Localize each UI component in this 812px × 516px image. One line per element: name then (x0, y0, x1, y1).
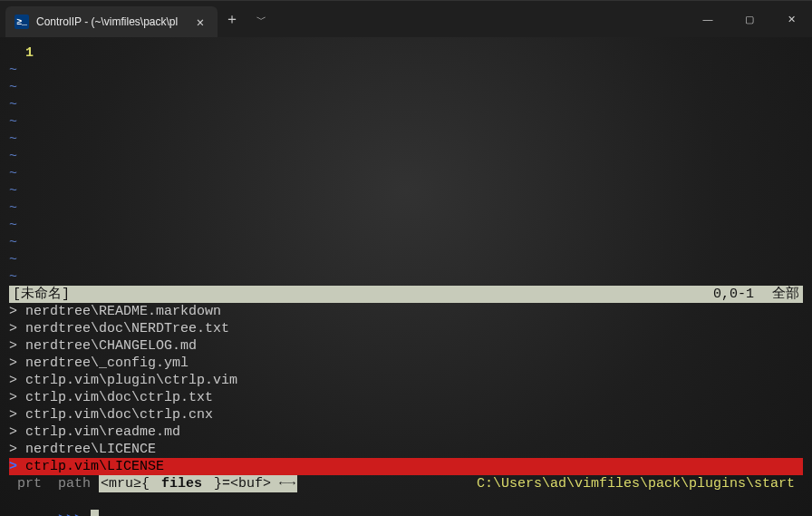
empty-line: ~ (9, 268, 803, 286)
mode-path: path (58, 475, 91, 492)
result-marker-icon: > (9, 355, 25, 371)
empty-line: ~ (9, 234, 803, 251)
titlebar: ≥_ ControlIP - (~\vimfiles\pack\pl ✕ ＋ ﹀… (0, 1, 812, 37)
line-number: 1 (9, 44, 803, 62)
result-marker-icon: > (9, 390, 25, 405)
result-item[interactable]: > nerdtree\CHANGELOG.md (9, 337, 803, 355)
mode-bracket-post: }=<buf> ←→ (212, 475, 297, 492)
ctrlp-results: > nerdtree\README.markdown> nerdtree\doc… (9, 303, 803, 475)
result-path: ctrlp.vim\doc\ctrlp.txt (25, 390, 213, 405)
terminal[interactable]: 1 ~~~~~~~~~~~~~ [未命名] 0,0-1 全部 > nerdtre… (0, 37, 812, 516)
cwd-path: C:\Users\ad\vimfiles\pack\plugins\start (477, 475, 795, 492)
close-tab-icon[interactable]: ✕ (192, 14, 208, 30)
result-path: nerdtree\doc\NERDTree.txt (25, 321, 229, 336)
result-path: nerdtree\CHANGELOG.md (25, 338, 197, 354)
result-path: ctrlp.vim\readme.md (25, 424, 180, 440)
result-item[interactable]: > ctrlp.vim\doc\ctrlp.txt (9, 389, 803, 406)
ctrlp-prompt[interactable]: >>> (9, 492, 803, 516)
empty-line: ~ (9, 182, 803, 200)
tab-title: ControlIP - (~\vimfiles\pack\pl (36, 15, 185, 28)
empty-line: ~ (9, 79, 803, 96)
empty-line: ~ (9, 165, 803, 182)
result-item[interactable]: > nerdtree\LICENCE (9, 441, 803, 458)
cursor (91, 510, 99, 516)
tab-dropdown-icon[interactable]: ﹀ (246, 1, 276, 37)
maximize-button[interactable]: ▢ (729, 1, 770, 37)
cursor-position: 0,0-1 (645, 286, 754, 303)
result-marker-icon: > (9, 424, 25, 440)
result-path: ctrlp.vim\doc\ctrlp.cnx (25, 407, 213, 423)
result-marker-icon: > (9, 304, 25, 319)
result-item[interactable]: > nerdtree\doc\NERDTree.txt (9, 320, 803, 337)
empty-line: ~ (9, 217, 803, 234)
empty-line: ~ (9, 62, 803, 79)
vim-statusline: [未命名] 0,0-1 全部 (9, 286, 803, 303)
empty-line: ~ (9, 131, 803, 148)
tab[interactable]: ≥_ ControlIP - (~\vimfiles\pack\pl ✕ (5, 6, 218, 37)
buffer-name: [未命名] (13, 286, 645, 303)
ctrlp-modebar: prt path <mru≥{ files }=<buf> ←→ C:\User… (9, 475, 803, 492)
result-marker-icon: > (9, 338, 25, 354)
result-path: ctrlp.vim\plugin\ctrlp.vim (25, 373, 237, 388)
result-path: nerdtree\README.markdown (25, 304, 221, 319)
scroll-percent: 全部 (754, 286, 799, 303)
minimize-button[interactable]: — (687, 1, 729, 37)
result-item[interactable]: > ctrlp.vim\readme.md (9, 424, 803, 441)
result-marker-icon: > (9, 373, 25, 388)
result-path: ctrlp.vim\LICENSE (25, 459, 164, 474)
mode-bracket-pre: <mru≥{ (99, 475, 151, 492)
result-item-selected[interactable]: > ctrlp.vim\LICENSE (9, 458, 803, 475)
empty-line: ~ (9, 113, 803, 131)
window: ≥_ ControlIP - (~\vimfiles\pack\pl ✕ ＋ ﹀… (0, 0, 812, 516)
empty-line: ~ (9, 96, 803, 113)
result-marker-icon: > (9, 442, 25, 457)
mode-prt: prt (17, 475, 42, 492)
result-path: nerdtree\LICENCE (25, 442, 156, 457)
close-button[interactable]: ✕ (770, 1, 812, 37)
empty-lines: ~~~~~~~~~~~~~ (9, 62, 803, 286)
result-marker-icon: > (9, 459, 25, 474)
new-tab-button[interactable]: ＋ (218, 1, 246, 37)
result-marker-icon: > (9, 321, 25, 336)
empty-line: ~ (9, 251, 803, 268)
result-marker-icon: > (9, 407, 25, 423)
result-path: nerdtree\_config.yml (25, 355, 188, 371)
result-item[interactable]: > ctrlp.vim\plugin\ctrlp.vim (9, 372, 803, 389)
empty-line: ~ (9, 200, 803, 217)
result-item[interactable]: > nerdtree\_config.yml (9, 355, 803, 372)
result-item[interactable]: > ctrlp.vim\doc\ctrlp.cnx (9, 406, 803, 424)
empty-line: ~ (9, 148, 803, 165)
powershell-icon: ≥_ (14, 15, 29, 29)
mode-current: files (151, 475, 212, 492)
window-controls: — ▢ ✕ (687, 1, 812, 37)
result-item[interactable]: > nerdtree\README.markdown (9, 303, 803, 320)
